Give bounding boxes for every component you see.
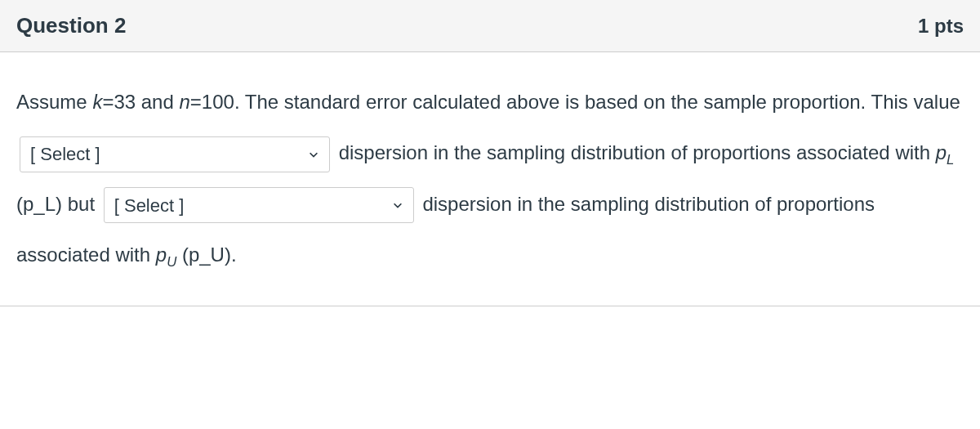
- question-body: Assume k=33 and n=100. The standard erro…: [0, 52, 980, 306]
- select-placeholder: [ Select ]: [30, 131, 100, 177]
- select-placeholder: [ Select ]: [114, 182, 185, 229]
- text-segment: (p_U).: [176, 244, 236, 266]
- select-dropdown-2[interactable]: [ Select ]: [104, 187, 414, 223]
- text-segment: Assume: [16, 91, 92, 113]
- variable-p2: p: [156, 244, 167, 266]
- text-segment: dispersion in the sampling distribution …: [339, 141, 936, 163]
- text-segment: =100. The standard error calculated abov…: [190, 91, 960, 113]
- select-dropdown-1[interactable]: [ Select ]: [20, 136, 330, 172]
- question-text: Assume k=33 and n=100. The standard erro…: [16, 77, 964, 281]
- question-points: 1 pts: [918, 15, 964, 38]
- question-title: Question 2: [16, 13, 126, 38]
- subscript-U: U: [167, 254, 176, 270]
- subscript-L: L: [947, 152, 954, 168]
- variable-n: n: [179, 91, 189, 113]
- text-segment: =33 and: [102, 91, 179, 113]
- variable-k: k: [92, 91, 102, 113]
- chevron-down-icon: [308, 149, 319, 160]
- chevron-down-icon: [392, 199, 403, 211]
- text-segment: (p_L) but: [16, 193, 100, 215]
- variable-p: p: [936, 141, 947, 163]
- question-header: Question 2 1 pts: [0, 0, 980, 52]
